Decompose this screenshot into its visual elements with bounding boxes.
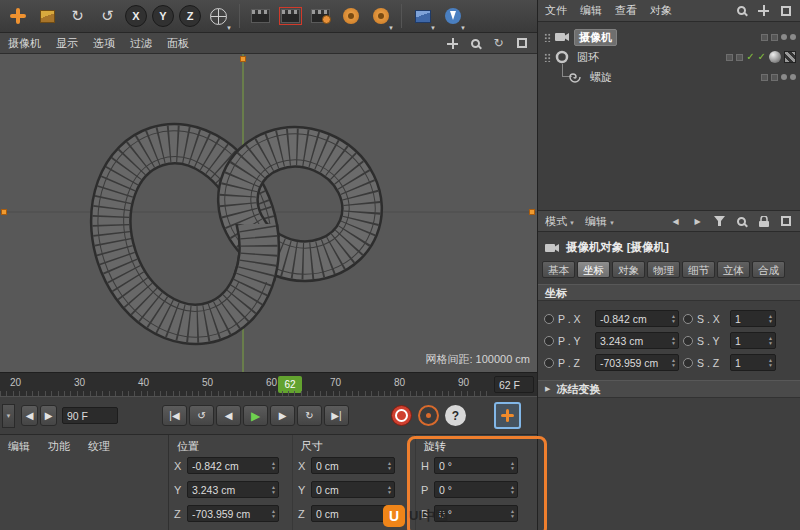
layer-toggle[interactable]: [771, 74, 778, 81]
menu-object[interactable]: 对象: [650, 3, 672, 18]
tab-composite[interactable]: 合成: [752, 261, 785, 278]
render-settings-button[interactable]: [338, 4, 363, 29]
visibility-dot[interactable]: [790, 74, 796, 80]
range-left-button[interactable]: ◀: [21, 405, 38, 426]
tab-details[interactable]: 细节: [682, 261, 715, 278]
stepper[interactable]: ▲▼: [671, 336, 676, 345]
layer-toggle[interactable]: [771, 34, 778, 41]
drag-grip-icon[interactable]: [544, 53, 551, 62]
object-label[interactable]: 圆环: [573, 50, 603, 65]
next-key-button[interactable]: ↻: [297, 405, 322, 426]
keyframe-dot[interactable]: [544, 358, 554, 368]
material-tag-icon[interactable]: [769, 51, 781, 63]
render-region-button[interactable]: [308, 4, 333, 29]
history-forward-icon[interactable]: ▶: [690, 214, 705, 229]
keyframe-dot[interactable]: [544, 336, 554, 346]
sz-field[interactable]: 1▲▼: [730, 354, 776, 371]
axis-handle[interactable]: [240, 56, 246, 62]
stepper[interactable]: ▲▼: [768, 358, 773, 367]
record-keyframe-button[interactable]: [391, 405, 412, 426]
filter-icon[interactable]: [712, 214, 727, 229]
menu-filter[interactable]: 过滤: [130, 36, 152, 51]
menu-edit[interactable]: 编辑▼: [585, 214, 615, 229]
render-picture-viewer-button[interactable]: [278, 4, 303, 29]
search-icon[interactable]: [734, 214, 749, 229]
sx-field[interactable]: 1▲▼: [730, 310, 776, 327]
stepper[interactable]: ▲▼: [271, 461, 276, 470]
move-tool-button[interactable]: [5, 4, 30, 29]
layout-icon[interactable]: [778, 3, 793, 18]
tab-stereo[interactable]: 立体: [717, 261, 750, 278]
menu-texture[interactable]: 纹理: [88, 439, 110, 454]
menu-camera[interactable]: 摄像机: [8, 36, 41, 51]
menu-edit[interactable]: 编辑: [8, 439, 30, 454]
current-frame-field[interactable]: 62 F: [494, 376, 534, 393]
texture-tag-icon[interactable]: [784, 51, 796, 63]
zoom-view-icon[interactable]: [468, 36, 483, 51]
stepper[interactable]: ▲▼: [510, 461, 515, 470]
pan-icon[interactable]: [756, 3, 771, 18]
key-selection-active-button[interactable]: [494, 402, 521, 429]
size-y-field[interactable]: 0 cm▲▼: [311, 481, 395, 498]
menu-options[interactable]: 选项: [93, 36, 115, 51]
tab-object[interactable]: 对象: [612, 261, 645, 278]
freeze-transform-section[interactable]: ▶ 冻结变换: [538, 380, 800, 398]
stepper[interactable]: ▲▼: [671, 314, 676, 323]
visibility-dot[interactable]: [790, 34, 796, 40]
rotation-h-field[interactable]: 0 °▲▼: [434, 457, 518, 474]
keying-help-button[interactable]: ?: [445, 405, 466, 426]
autokey-button[interactable]: [418, 405, 439, 426]
position-y-field[interactable]: 3.243 cm▲▼: [187, 481, 279, 498]
goto-start-button[interactable]: |◀: [162, 405, 187, 426]
px-field[interactable]: -0.842 cm▲▼: [595, 310, 679, 327]
add-spline-button[interactable]: ▼: [440, 4, 465, 29]
enabled-check-icon[interactable]: ✓: [746, 52, 754, 62]
tab-physical[interactable]: 物理: [647, 261, 680, 278]
x-axis-lock-button[interactable]: X: [125, 5, 147, 27]
drag-grip-icon[interactable]: [544, 33, 551, 42]
object-row-helix[interactable]: 螺旋: [568, 68, 796, 86]
layer-toggle[interactable]: [726, 54, 733, 61]
object-label[interactable]: 螺旋: [586, 70, 616, 85]
timeline-ruler[interactable]: 20 30 40 50 60 70 80 90 62 62 F: [0, 372, 537, 396]
stepper[interactable]: ▲▼: [387, 485, 392, 494]
keyframe-dot[interactable]: [683, 314, 693, 324]
end-frame-field[interactable]: 90 F: [62, 407, 118, 424]
sy-field[interactable]: 1▲▼: [730, 332, 776, 349]
model-mode-button[interactable]: [35, 4, 60, 29]
keyframe-dot[interactable]: [683, 358, 693, 368]
stepper[interactable]: ▲▼: [768, 314, 773, 323]
scale-tool-button[interactable]: ↺: [95, 4, 120, 29]
rotate-tool-button[interactable]: ↻: [65, 4, 90, 29]
stepper[interactable]: ▲▼: [510, 509, 515, 518]
search-icon[interactable]: [734, 3, 749, 18]
rotate-view-icon[interactable]: ↻: [491, 36, 506, 51]
stepper[interactable]: ▲▼: [510, 485, 515, 494]
object-label[interactable]: 摄像机: [574, 29, 617, 46]
py-field[interactable]: 3.243 cm▲▼: [595, 332, 679, 349]
add-primitive-button[interactable]: ▼: [410, 4, 435, 29]
playhead[interactable]: 62: [278, 376, 302, 393]
toggle-view-icon[interactable]: [514, 36, 529, 51]
prev-frame-button[interactable]: ◀: [216, 405, 241, 426]
coordinate-system-button[interactable]: ▼: [206, 4, 231, 29]
play-button[interactable]: ▶: [243, 405, 268, 426]
y-axis-lock-button[interactable]: Y: [152, 5, 174, 27]
menu-mode[interactable]: 模式▼: [545, 214, 575, 229]
goto-end-button[interactable]: ▶|: [324, 405, 349, 426]
menu-edit[interactable]: 编辑: [580, 3, 602, 18]
layer-toggle[interactable]: [761, 74, 768, 81]
menu-display[interactable]: 显示: [56, 36, 78, 51]
history-back-icon[interactable]: ◀: [668, 214, 683, 229]
visibility-dot[interactable]: [781, 34, 787, 40]
menu-view[interactable]: 查看: [615, 3, 637, 18]
object-row-camera[interactable]: 摄像机: [544, 28, 796, 46]
z-axis-lock-button[interactable]: Z: [179, 5, 201, 27]
panel-icon[interactable]: [778, 214, 793, 229]
tab-coordinates[interactable]: 坐标: [577, 261, 610, 278]
position-x-field[interactable]: -0.842 cm▲▼: [187, 457, 279, 474]
pan-view-icon[interactable]: [445, 36, 460, 51]
timeline-options-dropdown[interactable]: ▼: [2, 404, 15, 428]
lock-icon[interactable]: [756, 214, 771, 229]
keyframe-dot[interactable]: [683, 336, 693, 346]
